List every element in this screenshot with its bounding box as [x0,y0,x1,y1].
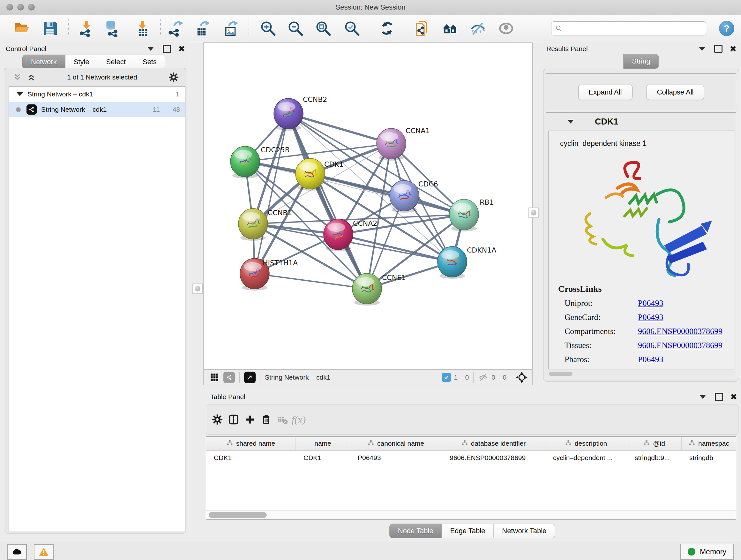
crosslink-link[interactable]: P06493 [638,299,663,308]
zoom-window-icon[interactable] [28,4,35,10]
tab-sets[interactable]: Sets [134,55,165,69]
right-splitter-handle[interactable] [529,207,539,218]
network-graph[interactable]: CCNB2CCNA1CDC25BCDK1CDC6RB1CCNB1CCNA2CDK… [204,43,532,369]
search-input[interactable] [565,24,702,33]
cell-@id[interactable]: stringdb:9... [627,454,682,462]
panel-menu-icon[interactable] [699,395,706,399]
home-button[interactable] [441,19,460,38]
warning-status-button[interactable] [34,544,54,560]
memory-button[interactable]: Memory [680,544,734,560]
refresh-button[interactable] [378,19,396,38]
export-image-button[interactable] [221,19,240,38]
edge-CCNB2-HIST1H1A[interactable] [255,114,288,273]
show-columns-button[interactable] [227,414,240,426]
import-network-file-button[interactable] [77,19,96,38]
zoom-in-button[interactable] [259,19,277,38]
crosslink-link[interactable]: 9606.ENSP00000378699 [638,327,723,336]
cell-canonical-name[interactable]: P06493 [350,454,442,462]
network-collection-row[interactable]: String Network – cdk1 1 [9,86,185,102]
search-field[interactable] [551,21,706,36]
node-CCNE1[interactable]: CCNE1 [352,273,406,306]
expand-all-button[interactable]: Expand All [578,84,632,100]
function-builder-button[interactable]: f(x) [293,414,305,426]
open-session-button[interactable] [12,19,31,38]
birds-eye-grid-button[interactable] [209,372,220,383]
crosslink-link[interactable]: P06493 [638,355,663,364]
scrollbar-thumb[interactable] [209,512,267,518]
cloud-status-button[interactable] [7,544,27,560]
node-CDKN1A[interactable]: CDKN1A [437,246,496,279]
cell-database-identifier[interactable]: 9606.ENSP00000378699 [442,454,545,462]
network-canvas[interactable]: CCNB2CCNA1CDC25BCDK1CDC6RB1CCNB1CCNA2CDK… [203,43,533,369]
collapse-all-button[interactable]: Collapse All [647,84,704,100]
tab-network[interactable]: Network [22,55,65,69]
tab-edge-table[interactable]: Edge Table [442,523,494,538]
edge-CCNB2-CCNA1[interactable] [288,114,391,144]
delete-table-button[interactable] [276,414,288,426]
import-table-file-button[interactable] [133,19,151,38]
window-controls[interactable] [6,4,35,10]
zoom-selected-button[interactable] [343,19,361,38]
delete-column-button[interactable] [260,414,272,426]
show-graphics-details-button[interactable] [468,19,487,38]
left-splitter-handle[interactable] [192,284,203,294]
node-RB1[interactable]: RB1 [449,198,494,232]
panel-menu-icon[interactable] [147,47,154,51]
export-network-button[interactable] [166,19,185,38]
help-button[interactable]: ? [719,21,734,36]
string-import-button[interactable] [413,19,431,38]
edge-CDK1-RB1[interactable] [310,174,464,214]
column-header-name[interactable]: name [296,437,350,450]
table-hscrollbar[interactable] [206,510,736,519]
float-panel-icon[interactable] [163,45,171,53]
collapse-section-icon[interactable] [567,120,574,124]
import-network-database-button[interactable] [103,19,122,38]
table-row[interactable]: CDK1CDK1P064939606.ENSP00000378699cyclin… [206,450,736,465]
tab-style[interactable]: Style [65,55,98,69]
horizontal-scrollbar-thumb[interactable] [549,372,572,376]
save-session-button[interactable] [41,19,60,38]
node-CDK1[interactable]: CDK1 [295,159,344,191]
cell-namespac[interactable]: stringdb [682,454,736,462]
selected-checkbox[interactable] [442,373,451,382]
tab-node-table[interactable]: Node Table [389,523,442,538]
column-header-database-identifier[interactable]: database identifier [442,437,545,450]
cell-name[interactable]: CDK1 [296,454,350,462]
float-panel-icon[interactable] [714,45,723,53]
fit-content-button[interactable] [314,19,333,38]
node-CCNB2[interactable]: CCNB2 [274,96,327,131]
edge-HIST1H1A-CCNE1[interactable] [255,273,367,289]
column-header-canonical-name[interactable]: canonical name [350,437,442,450]
cell-description[interactable]: cyclin–dependent ... [545,454,627,462]
panel-menu-icon[interactable] [699,47,705,51]
close-panel-icon[interactable]: ✖ [178,44,185,54]
float-panel-icon[interactable] [715,393,723,401]
crosslink-link[interactable]: P06493 [638,313,663,322]
column-header-@id[interactable]: @id [627,437,682,450]
table-gear-button[interactable] [211,414,223,426]
close-panel-icon[interactable]: ✖ [730,44,737,54]
tab-select[interactable]: Select [98,55,134,69]
expand-all-icon[interactable] [26,72,36,82]
node-HIST1H1A[interactable]: HIST1H1A [240,258,298,291]
preview-button[interactable] [497,19,515,38]
add-column-button[interactable] [244,414,256,426]
minimize-window-icon[interactable] [17,4,24,10]
zoom-out-button[interactable] [286,19,305,38]
open-in-window-button[interactable] [244,372,256,383]
cell-shared-name[interactable]: CDK1 [206,454,296,462]
close-window-icon[interactable] [6,4,13,10]
gear-icon[interactable] [168,72,179,83]
crosslink-link[interactable]: 9606.ENSP00000378699 [638,341,723,350]
network-row-selected[interactable]: String Network – cdk1 11 48 [9,102,185,117]
protein-section-header[interactable]: CDK1 [546,113,736,131]
column-header-description[interactable]: description [545,437,627,450]
column-header-namespac[interactable]: namespac [682,437,736,450]
column-header-shared-name[interactable]: shared name [206,437,296,450]
network-share-button[interactable] [223,372,235,383]
close-panel-icon[interactable]: ✖ [730,392,737,402]
export-table-button[interactable] [193,19,212,38]
collapse-all-icon[interactable] [12,72,22,82]
crosshair-icon[interactable] [516,371,528,383]
tab-network-table[interactable]: Network Table [494,523,555,538]
